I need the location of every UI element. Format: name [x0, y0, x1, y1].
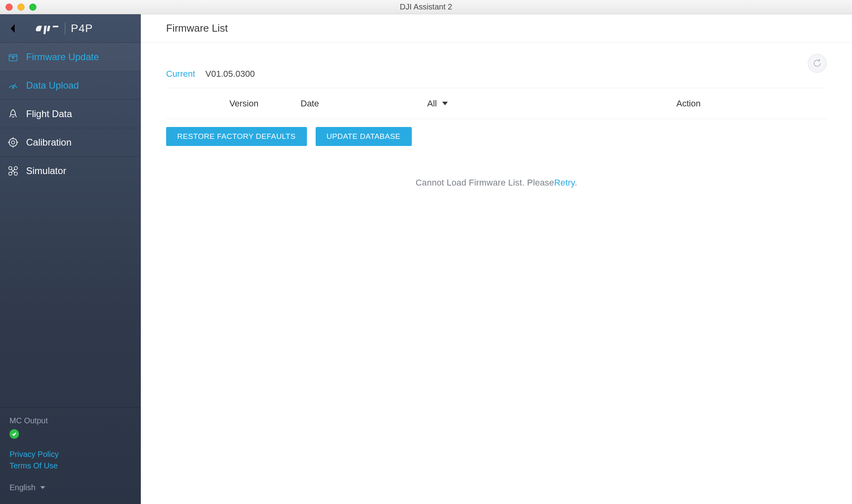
- column-version: Version: [166, 99, 301, 109]
- traffic-lights: [0, 4, 36, 11]
- brand-divider: [65, 23, 65, 34]
- rocket-icon: [7, 108, 19, 120]
- sidebar-item-flight-data[interactable]: Flight Data: [0, 100, 141, 128]
- mc-output-label: MC Output: [9, 416, 131, 425]
- window-minimize-button[interactable]: [17, 4, 25, 11]
- chevron-down-icon: [442, 102, 448, 105]
- brand-product: P4P: [71, 22, 93, 35]
- terms-of-use-link[interactable]: Terms Of Use: [9, 461, 131, 470]
- column-action: Action: [617, 99, 827, 109]
- sidebar: P4P Firmware Update Data Upload Flig: [0, 14, 141, 504]
- error-text-suffix: .: [575, 178, 577, 188]
- language-label: English: [9, 483, 36, 492]
- sidebar-item-firmware-update[interactable]: Firmware Update: [0, 43, 141, 71]
- content-body: Current V01.05.0300 Version Date All Act…: [141, 43, 852, 504]
- brand: P4P: [35, 22, 93, 35]
- action-button-row: RESTORE FACTORY DEFAULTS UPDATE DATABASE: [166, 127, 827, 146]
- error-text-prefix: Cannot Load Firmware List. Please: [416, 178, 554, 188]
- svg-point-4: [11, 141, 15, 144]
- refresh-button[interactable]: [808, 54, 827, 73]
- page-title: Firmware List: [166, 22, 228, 34]
- update-database-button[interactable]: UPDATE DATABASE: [316, 127, 412, 146]
- sidebar-item-label: Firmware Update: [26, 51, 99, 63]
- dji-logo-icon: [35, 23, 59, 34]
- retry-link[interactable]: Retry: [554, 178, 575, 188]
- content-header: Firmware List: [141, 14, 852, 43]
- drone-icon: [7, 165, 19, 177]
- target-icon: [7, 136, 19, 148]
- mc-output-status-ok-icon: [9, 429, 19, 439]
- gauge-icon: [7, 80, 19, 91]
- window-maximize-button[interactable]: [29, 4, 36, 11]
- window-close-button[interactable]: [6, 4, 13, 11]
- restore-factory-defaults-button[interactable]: RESTORE FACTORY DEFAULTS: [166, 127, 307, 146]
- sidebar-item-label: Data Upload: [26, 80, 79, 91]
- sidebar-item-label: Calibration: [26, 137, 72, 148]
- sidebar-footer: MC Output Privacy Policy Terms Of Use En…: [0, 407, 141, 504]
- chevron-down-icon: [40, 486, 45, 489]
- column-date: Date: [301, 99, 427, 109]
- sidebar-item-label: Flight Data: [26, 108, 72, 119]
- current-firmware-row: Current V01.05.0300: [166, 59, 827, 88]
- firmware-table-header: Version Date All Action: [166, 88, 827, 119]
- current-label: Current: [166, 69, 195, 79]
- svg-point-3: [9, 138, 17, 146]
- language-select[interactable]: English: [9, 483, 131, 492]
- sidebar-nav: Firmware Update Data Upload Flight Data …: [0, 43, 141, 185]
- column-filter-label: All: [427, 99, 437, 109]
- window-title: DJI Assistant 2: [0, 2, 852, 11]
- current-version: V01.05.0300: [205, 69, 255, 79]
- sidebar-item-simulator[interactable]: Simulator: [0, 157, 141, 185]
- sidebar-item-label: Simulator: [26, 165, 66, 176]
- privacy-policy-link[interactable]: Privacy Policy: [9, 450, 131, 459]
- column-filter-dropdown[interactable]: All: [427, 99, 617, 109]
- sidebar-header: P4P: [0, 14, 141, 43]
- load-error-message: Cannot Load Firmware List. PleaseRetry.: [166, 178, 827, 188]
- sidebar-item-calibration[interactable]: Calibration: [0, 128, 141, 157]
- sidebar-item-data-upload[interactable]: Data Upload: [0, 71, 141, 100]
- content: Firmware List Current V01.05.0300 Versio…: [141, 14, 852, 504]
- window-titlebar: DJI Assistant 2: [0, 0, 852, 14]
- svg-rect-0: [47, 26, 50, 31]
- back-button[interactable]: [6, 22, 20, 35]
- package-up-icon: [7, 51, 19, 63]
